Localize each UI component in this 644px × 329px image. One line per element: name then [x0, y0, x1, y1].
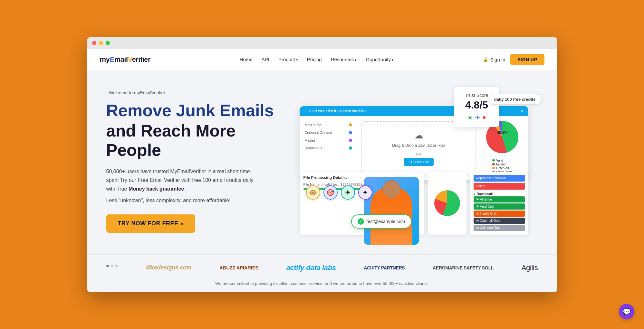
- acuity-logo: ACUITY PARTNERS: [364, 265, 405, 270]
- dot-2[interactable]: [111, 265, 113, 267]
- star-2: ✈: [475, 114, 480, 121]
- maximize-button[interactable]: [106, 41, 110, 45]
- result-pie-panel: [428, 172, 466, 235]
- result-pie-chart: [434, 190, 460, 216]
- star-1: ★: [467, 114, 473, 121]
- hero-section: Welcome to myEmailVerifier Remove Junk E…: [87, 71, 557, 254]
- verify-email: test@example.com: [367, 219, 405, 224]
- person-head: [382, 180, 400, 198]
- trust-score-card: Trust Score 4.8/5 ★ ✈ ●: [454, 87, 499, 127]
- hero-description-2: Less "unknown", less complexity, and mor…: [106, 198, 287, 203]
- logo-aeromarine: AEROMARINE SAFETY SOLL: [433, 265, 494, 270]
- nav-product[interactable]: Product: [278, 57, 298, 62]
- logo-indicator: [106, 265, 118, 271]
- download-label: ● Download:: [474, 192, 525, 196]
- action-panel: Reprocess Unknown Delete ● Download: ✉ A…: [470, 172, 528, 235]
- all-email-button[interactable]: ✉ All Email: [474, 196, 525, 202]
- logo-acuity: ACUITY PARTNERS: [364, 265, 405, 270]
- chat-icon: 💬: [623, 308, 631, 315]
- upload-text: Drag & Drop a .csv, .txt or .xlsx: [392, 143, 445, 148]
- logo-abuzz: ABUZZ APIARIES: [219, 265, 258, 270]
- close-button[interactable]: [92, 41, 96, 45]
- browser-chrome: [87, 37, 557, 49]
- sign-in-link[interactable]: 🔒 Sign In: [483, 57, 505, 62]
- integration-constant-contact: Constant Contact: [305, 129, 352, 136]
- lock-icon: 🔒: [483, 57, 488, 62]
- nav-right: 🔒 Sign In SIGN UP: [483, 54, 544, 65]
- unknown-only-button[interactable]: ✉ Unknoen Only: [474, 225, 525, 231]
- valid-only-button[interactable]: ✉ Valid Only: [474, 203, 525, 210]
- target-icon: 🎯: [323, 185, 338, 200]
- cta-button[interactable]: TRY NOW FOR FREE »: [106, 214, 195, 233]
- upload-or: OR: [416, 152, 421, 156]
- hero-right: Trust Score 4.8/5 ★ ✈ ● daily 100 free c…: [300, 87, 538, 254]
- hero-description: 50,000+ users have trusted MyEmailVerifi…: [106, 167, 261, 193]
- logo-actify: actify data labs: [286, 264, 336, 272]
- upload-icon: ☁: [414, 130, 423, 141]
- logo[interactable]: myEmailVerifier: [100, 55, 151, 64]
- nav-api[interactable]: API: [262, 57, 269, 62]
- free-credits-badge: daily 100 free credits: [489, 94, 541, 105]
- email-verify-card: ✓ test@example.com: [351, 214, 412, 229]
- logos-section: 48redesigns.com ABUZZ APIARIES actify da…: [87, 254, 557, 278]
- catchall-only-button[interactable]: ✉ Catch-all Only: [474, 218, 525, 224]
- sendinblue-icon: ✦: [358, 185, 372, 200]
- nav-links: Home API Product Pricing Resources Oppor…: [240, 57, 394, 62]
- mailchimp-icon: 🐵: [306, 185, 320, 200]
- breadcrumb: Welcome to myEmailVerifier: [106, 90, 287, 95]
- hero-left: Welcome to myEmailVerifier Remove Junk E…: [106, 87, 287, 233]
- abuzz-logo: ABUZZ APIARIES: [219, 265, 258, 270]
- mail-icon-2: ✉: [476, 205, 479, 208]
- delete-button[interactable]: Delete: [474, 183, 525, 190]
- legend-valid: Valid: [492, 159, 512, 162]
- integrations-panel: MailChimp Constant Contact Mailjet: [305, 121, 356, 175]
- footer-text: We are committed to providing excellent …: [87, 278, 557, 292]
- dot-1[interactable]: [106, 265, 109, 267]
- star-3: ●: [482, 114, 486, 121]
- legend-invalid: Invalid: [492, 163, 512, 166]
- chat-bubble[interactable]: 💬: [619, 304, 634, 319]
- trust-stars: ★ ✈ ●: [462, 114, 492, 121]
- nav-pricing[interactable]: Pricing: [307, 57, 322, 62]
- integration-sendinblue: Sendinblue: [305, 144, 352, 152]
- mail-icon-4: ✉: [476, 219, 479, 222]
- legend-catchall: Catch-all: [492, 166, 512, 170]
- pie-chart-panel: 45.4% Valid Invalid: [481, 121, 523, 175]
- logo-agilis: Agilis: [522, 264, 538, 272]
- upload-zone[interactable]: ☁ Drag & Drop a .csv, .txt or .xlsx OR ↑…: [361, 121, 476, 175]
- integration-mailchimp: MailChimp: [305, 121, 352, 129]
- sendinblue-dot: [349, 146, 352, 150]
- upload-button[interactable]: ↑ Upload File: [404, 158, 433, 166]
- hero-heading-blue: Remove Junk Emails: [106, 101, 287, 120]
- agilis-logo: Agilis: [522, 264, 538, 272]
- trust-score-label: Trust Score: [462, 93, 492, 98]
- mailchimp-dot: [349, 123, 352, 127]
- hero-heading-dark: and Reach More People: [106, 121, 287, 160]
- mail-icon: ✉: [476, 198, 479, 201]
- minimize-button[interactable]: [99, 41, 103, 45]
- catchall-dot: [492, 167, 495, 169]
- trust-score-value: 4.8/5: [462, 99, 492, 111]
- reprocess-button[interactable]: Reprocess Unknown: [474, 175, 525, 182]
- navbar: myEmailVerifier Home API Product Pricing…: [87, 49, 557, 71]
- mailjet-dot: [349, 139, 352, 142]
- mail-icon-3: ✉: [476, 212, 479, 215]
- mail-icon-5: ✉: [476, 226, 479, 230]
- valid-dot: [492, 159, 495, 162]
- invalid-only-button[interactable]: ✉ Invalid Only: [474, 211, 525, 217]
- integration-icons: 🐵 🎯 ✈ ✦: [306, 185, 372, 200]
- cc-dot: [349, 131, 352, 134]
- check-icon: ✓: [358, 218, 364, 225]
- integration-mailjet: Mailjet: [305, 136, 352, 144]
- actify-logo: actify data labs: [286, 264, 336, 272]
- dot-3[interactable]: [115, 265, 118, 267]
- redesigns-logo: 48redesigns.com: [146, 264, 192, 271]
- nav-opportunity[interactable]: Opportunity: [366, 57, 394, 62]
- carousel-dots: [106, 265, 118, 267]
- nav-home[interactable]: Home: [240, 57, 253, 62]
- invalid-dot: [492, 163, 495, 165]
- aeromarine-logo: AEROMARINE SAFETY SOLL: [433, 265, 494, 270]
- logo-redesigns: 48redesigns.com: [146, 264, 192, 271]
- signup-button[interactable]: SIGN UP: [510, 54, 544, 65]
- nav-resources[interactable]: Resources: [331, 57, 357, 62]
